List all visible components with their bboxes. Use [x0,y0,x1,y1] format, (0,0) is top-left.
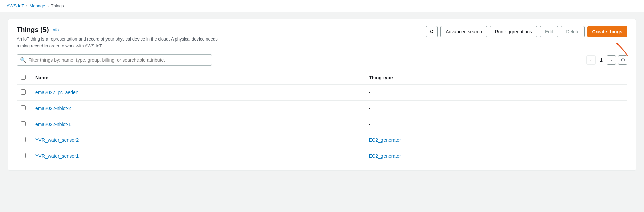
breadcrumb-sep-2: › [48,4,49,8]
thing-name-cell: ema2022_pc_aeden [30,84,364,101]
breadcrumb-sep-1: › [26,4,28,8]
thing-name-link[interactable]: ema2022-nbiot-1 [35,122,71,127]
row-checkbox[interactable] [21,137,26,142]
row-checkbox[interactable] [21,153,26,158]
thing-name-cell: YVR_water_sensor1 [30,148,364,164]
thing-type-cell: EC2_generator [364,148,627,164]
table-header-row: Name Thing type [17,71,627,84]
thing-type-dash: - [369,106,371,111]
panel-description: An IoT thing is a representation and rec… [17,36,219,49]
things-table: Name Thing type ema2022_pc_aeden-ema2022… [17,71,627,164]
row-checkbox-cell [17,116,30,132]
thing-type-cell: - [364,101,627,116]
breadcrumb-things: Things [51,3,64,8]
row-checkbox-cell [17,132,30,148]
name-column-header: Name [30,71,364,84]
run-aggregations-button[interactable]: Run aggregations [490,26,537,37]
table-row: ema2022-nbiot-2- [17,101,627,116]
refresh-icon: ↺ [430,29,434,35]
table-row: YVR_water_sensor1EC2_generator [17,148,627,164]
settings-icon: ⚙ [621,57,625,63]
row-checkbox-cell [17,84,30,101]
info-link[interactable]: Info [52,27,59,32]
table-row: ema2022-nbiot-1- [17,116,627,132]
create-things-button[interactable]: Create things [587,26,627,37]
table-row: YVR_water_sensor2EC2_generator [17,132,627,148]
refresh-button[interactable]: ↺ [426,26,438,37]
pagination: ‹ 1 › ⚙ [586,55,627,65]
breadcrumb: AWS IoT › Manage › Things [0,0,644,12]
thing-name-cell: ema2022-nbiot-2 [30,101,364,116]
delete-button[interactable]: Delete [561,26,584,37]
thing-type-cell: - [364,116,627,132]
panel-title: Things (5) Info [17,26,426,34]
select-all-checkbox[interactable] [21,75,26,80]
panel-title-area: Things (5) Info An IoT thing is a repres… [17,26,426,49]
prev-page-button[interactable]: ‹ [586,55,596,65]
row-checkbox-cell [17,148,30,164]
breadcrumb-aws-iot[interactable]: AWS IoT [7,3,24,8]
panel-header: Things (5) Info An IoT thing is a repres… [17,26,627,49]
row-checkbox[interactable] [21,121,26,126]
thing-type-link[interactable]: EC2_generator [369,153,401,159]
thing-name-link[interactable]: YVR_water_sensor2 [35,137,79,143]
thing-type-column-header: Thing type [364,71,627,84]
table-settings-button[interactable]: ⚙ [618,55,627,65]
thing-type-link[interactable]: EC2_generator [369,137,401,143]
row-checkbox[interactable] [21,89,26,95]
page-number: 1 [598,57,605,63]
thing-name-cell: ema2022-nbiot-1 [30,116,364,132]
things-panel: Things (5) Info An IoT thing is a repres… [8,19,636,171]
breadcrumb-manage[interactable]: Manage [30,3,45,8]
page-title: Things (5) [17,26,49,34]
edit-button[interactable]: Edit [540,26,558,37]
table-row: ema2022_pc_aeden- [17,84,627,101]
thing-type-cell: - [364,84,627,101]
thing-type-cell: EC2_generator [364,132,627,148]
row-checkbox-cell [17,101,30,116]
search-input[interactable] [17,54,212,66]
thing-type-dash: - [369,90,371,95]
select-all-header [17,71,30,84]
advanced-search-button[interactable]: Advanced search [440,26,487,37]
thing-name-link[interactable]: ema2022_pc_aeden [35,90,79,95]
thing-type-dash: - [369,122,371,127]
toolbar: ↺ Advanced search Run aggregations Edit … [426,26,627,37]
next-page-button[interactable]: › [607,55,616,65]
search-row: 🔍 ‹ 1 › ⚙ [17,54,627,66]
thing-name-link[interactable]: YVR_water_sensor1 [35,153,79,159]
main-content: Things (5) Info An IoT thing is a repres… [0,12,644,211]
row-checkbox[interactable] [21,105,26,110]
thing-name-cell: YVR_water_sensor2 [30,132,364,148]
search-input-wrap: 🔍 [17,54,212,66]
thing-name-link[interactable]: ema2022-nbiot-2 [35,106,71,111]
